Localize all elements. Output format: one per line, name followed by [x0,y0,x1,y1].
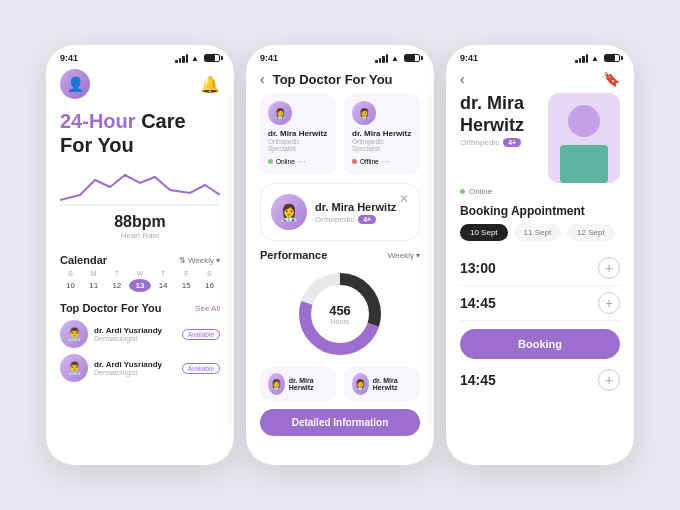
cal-num-10[interactable]: 10 [60,279,81,292]
doctor-name-2: dr. Ardi Yusriandy [94,360,176,369]
available-badge-1: Available [182,329,220,340]
cal-day-t1: T [106,270,127,277]
bookmark-icon[interactable]: 🔖 [603,71,620,87]
donut-center: 456 Hours [329,303,351,325]
back-button-2[interactable]: ‹ [260,71,265,87]
add-slot-1300[interactable]: + [598,257,620,279]
signal-icon-2 [375,54,388,63]
cal-num-12[interactable]: 12 [106,279,127,292]
doctor-item-2[interactable]: 👨‍⚕️ dr. Ardi Yusriandy Dermatologist Av… [60,354,220,382]
cal-day-f: F [176,270,197,277]
doctor-specialty-1: Dermatologist [94,335,176,342]
calendar-section: Calendar ⇅ Weekly ▾ S M T W T F S 10 11 … [46,248,234,296]
sdc-spec-row: Orthopedic 4+ [315,215,409,224]
bell-icon-1[interactable]: 🔔 [200,75,220,94]
svg-rect-7 [560,145,608,183]
dlb-name-1: dr. Mira Herwitz [289,377,328,391]
dc-avatar-1: 👩‍⚕️ [268,101,292,125]
sdc-avatar: 👩‍⚕️ [271,194,307,230]
signal-icon-3 [575,54,588,63]
p1-header: 👤 🔔 [46,67,234,105]
p3-online-status: Online [446,183,634,200]
status-bar-3: 9:41 ▲ [446,45,634,67]
wifi-icon-3: ▲ [591,54,599,63]
signal-icon-1 [175,54,188,63]
back-button-3[interactable]: ‹ [460,71,465,87]
dlb-avatar-2: 👩‍⚕️ [352,373,369,395]
status-icons-1: ▲ [175,54,220,63]
booking-button[interactable]: Booking [460,329,620,359]
dc-status-2: Offline ··· [352,156,412,167]
dc-avatar-2: 👩‍⚕️ [352,101,376,125]
date-pill-1[interactable]: 11 Sept [514,224,562,241]
donut-wrap: 456 Hours [295,269,385,359]
performance-weekly[interactable]: Weekly ▾ [388,251,420,260]
more-icon-1[interactable]: ··· [298,156,306,167]
add-slot-1445b[interactable]: + [598,369,620,391]
hero-care: Care [136,110,186,132]
performance-title: Performance [260,249,327,261]
chevron-icon-perf: ▾ [416,251,420,260]
cal-num-16[interactable]: 16 [199,279,220,292]
battery-icon-1 [204,54,220,62]
close-button[interactable]: ✕ [399,192,409,206]
status-bar-1: 9:41 ▲ [46,45,234,67]
cal-day-t2: T [153,270,174,277]
heartrate-chart [60,165,220,209]
time-slot-1445a[interactable]: 14:45 + [460,286,620,321]
top-doctors-title: Top Doctor For You [60,302,161,314]
p3-spec-row: Orthopedic 4+ [460,138,540,147]
status-text-1: Online [276,158,295,165]
time-3: 9:41 [460,53,478,63]
booking-title: Booking Appointment [460,204,620,218]
cal-num-11[interactable]: 11 [83,279,104,292]
hero-purple: 24-Hour [60,110,136,132]
sdc-name: dr. Mira Herwitz [315,201,409,213]
available-badge-2: Available [182,363,220,374]
add-slot-1445a[interactable]: + [598,292,620,314]
chevron-icon: ▾ [216,256,220,265]
doctor-item-1[interactable]: 👨‍⚕️ dr. Ardi Yusriandy Dermatologist Av… [60,320,220,348]
detail-info-button[interactable]: Detailed Information [260,409,420,436]
date-pills: 10 Sept 11 Sept 12 Sept [460,224,620,241]
p3-doctor-name: dr. Mira Herwitz [460,93,540,136]
status-icons-3: ▲ [575,54,620,63]
bpm-subtitle: Heart Rate [60,231,220,240]
time-1445a: 14:45 [460,295,496,311]
cal-day-w: W [129,270,150,277]
dlb-item-1[interactable]: 👩‍⚕️ dr. Mira Herwitz [260,367,336,401]
doctor-card-2[interactable]: 👩‍⚕️ dr. Mira Herwitz Orthopedic Special… [344,93,420,175]
cal-num-14[interactable]: 14 [153,279,174,292]
dlb-name-2: dr. Mira Herwitz [373,377,412,391]
selected-doctor-card[interactable]: 👩‍⚕️ dr. Mira Herwitz Orthopedic 4+ ✕ [260,183,420,241]
top-doctors-section: Top Doctor For You See All 👨‍⚕️ dr. Ardi… [46,296,234,392]
p3-doctor-photo [548,93,620,183]
status-icons-2: ▲ [375,54,420,63]
status-text-2: Offline [360,158,379,165]
dlb-item-2[interactable]: 👩‍⚕️ dr. Mira Herwitz [344,367,420,401]
hero-foryou: For You [60,134,134,156]
cal-num-15[interactable]: 15 [176,279,197,292]
p3-specialty: Orthopedic [460,138,499,147]
time-1300: 13:00 [460,260,496,276]
p3-nav: ‹ 🔖 [446,67,634,87]
time-slot-1300[interactable]: 13:00 + [460,251,620,286]
time-slot-last[interactable]: 14:45 + [446,363,634,391]
filter-icon: ⇅ [179,256,186,265]
more-icon-2[interactable]: ··· [382,156,390,167]
dc-spec-1: Orthopedic Specialist [268,138,328,152]
donut-hours: 456 [329,303,351,318]
date-pill-0[interactable]: 10 Sept [460,224,508,241]
time-2: 9:41 [260,53,278,63]
see-all-link[interactable]: See All [195,304,220,313]
dlb-info-1: dr. Mira Herwitz [289,377,328,391]
doctor-name-1: dr. Ardi Yusriandy [94,326,176,335]
cal-num-13[interactable]: 13 [129,279,150,292]
cal-day-m: M [83,270,104,277]
doctor-card-1[interactable]: 👩‍⚕️ dr. Mira Herwitz Orthopedic Special… [260,93,336,175]
calendar-weekly[interactable]: ⇅ Weekly ▾ [179,256,220,265]
dlb-avatar-1: 👩‍⚕️ [268,373,285,395]
user-avatar-1[interactable]: 👤 [60,69,90,99]
date-pill-2[interactable]: 12 Sept [567,224,615,241]
calendar-header: Calendar ⇅ Weekly ▾ [60,254,220,266]
